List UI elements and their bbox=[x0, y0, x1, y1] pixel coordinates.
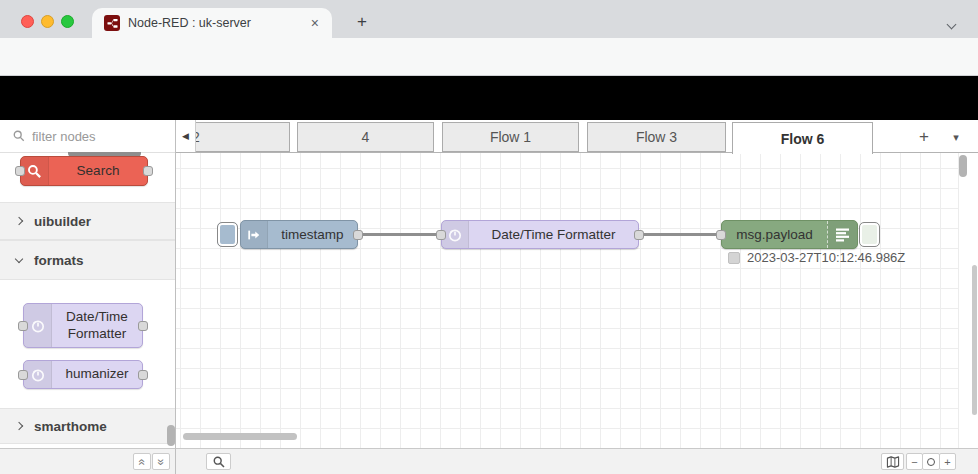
palette-node-humanizer[interactable]: humanizer bbox=[23, 360, 143, 389]
palette-category-formats[interactable]: formats bbox=[0, 240, 175, 280]
debug-enable-toggle[interactable] bbox=[859, 222, 880, 247]
inject-icon bbox=[241, 221, 268, 248]
flow-tab-4[interactable]: 4 bbox=[297, 122, 434, 152]
wire-inject-to-formatter[interactable] bbox=[360, 233, 446, 236]
palette-node-datetime-formatter[interactable]: Date/TimeFormatter bbox=[23, 303, 143, 348]
add-flow-button[interactable]: + bbox=[912, 125, 936, 149]
zoom-out-button[interactable]: − bbox=[906, 453, 923, 470]
debug-lines-icon bbox=[827, 221, 857, 248]
workspace-footer: − + bbox=[176, 448, 978, 474]
mac-zoom-button[interactable] bbox=[61, 15, 74, 28]
flow-canvas[interactable]: timestamp Date/Time Formatter msg.payloa… bbox=[176, 153, 959, 448]
timer-icon bbox=[442, 221, 469, 248]
node-input-port[interactable] bbox=[436, 230, 446, 240]
new-tab-button[interactable]: + bbox=[348, 8, 376, 36]
magnifier-icon bbox=[21, 157, 49, 185]
debug-status-text: 2023-03-27T10:12:46.986Z bbox=[747, 250, 905, 265]
node-input-port bbox=[15, 166, 25, 176]
category-label: uibuilder bbox=[34, 214, 91, 229]
tab-close-icon[interactable]: × bbox=[308, 15, 322, 31]
search-icon bbox=[13, 130, 25, 142]
palette-category-smarthome[interactable]: smarthome bbox=[0, 408, 175, 444]
node-output-port[interactable] bbox=[634, 230, 644, 240]
mac-close-button[interactable] bbox=[21, 15, 34, 28]
flow-list-caret-icon[interactable]: ▾ bbox=[946, 125, 966, 149]
nodered-header: Node-RED Deploy ▾ bbox=[0, 76, 978, 120]
mac-minimize-button[interactable] bbox=[41, 15, 54, 28]
double-chevron-up-icon: « bbox=[135, 458, 149, 465]
palette-filter-input[interactable] bbox=[32, 129, 152, 144]
palette-node-label: Date/TimeFormatter bbox=[52, 309, 142, 343]
node-input-port bbox=[18, 370, 28, 380]
collapse-all-button[interactable]: « bbox=[133, 453, 151, 470]
browser-tabstrip: Node-RED : uk-server × + bbox=[0, 0, 978, 38]
window-chevron-icon[interactable] bbox=[948, 14, 960, 26]
flow-tab-2[interactable]: 2 bbox=[196, 122, 290, 152]
navigator-toggle-button[interactable] bbox=[881, 453, 904, 470]
flow-tab-flow1[interactable]: Flow 1 bbox=[442, 122, 579, 152]
circle-icon bbox=[927, 458, 935, 466]
plus-icon: + bbox=[944, 456, 950, 468]
timer-icon bbox=[24, 304, 52, 347]
canvas-vertical-scrollbar[interactable] bbox=[959, 155, 967, 177]
map-icon bbox=[886, 456, 900, 468]
flow-tab-flow6-active[interactable]: Flow 6 bbox=[732, 122, 873, 154]
browser-tab[interactable]: Node-RED : uk-server × bbox=[92, 8, 332, 38]
palette-node-label: humanizer bbox=[52, 366, 142, 383]
inject-node-timestamp[interactable]: timestamp bbox=[240, 220, 358, 249]
palette-scrollbar[interactable] bbox=[167, 425, 175, 446]
debug-status-dot bbox=[728, 252, 740, 264]
node-input-port[interactable] bbox=[716, 230, 726, 240]
search-icon bbox=[213, 456, 225, 468]
category-label: smarthome bbox=[34, 419, 107, 434]
palette-node-label: Search bbox=[49, 163, 147, 180]
debug-node-msg-payload[interactable]: msg.payload bbox=[721, 220, 858, 249]
node-label: msg.payload bbox=[722, 227, 827, 242]
palette-node-search[interactable]: Search bbox=[20, 156, 148, 186]
flow-tab-bar: ◀ 2 4 Flow 1 Flow 3 Flow 6 + ▾ bbox=[176, 120, 978, 153]
nodered-favicon-glyph bbox=[107, 18, 118, 29]
node-output-port[interactable] bbox=[353, 230, 363, 240]
tab-scroll-left-button[interactable]: ◀ bbox=[176, 120, 196, 152]
node-palette: Search uibuilder formats Date/TimeFormat… bbox=[0, 120, 176, 448]
wire-formatter-to-debug[interactable] bbox=[642, 233, 726, 236]
palette-footer: « » bbox=[0, 448, 176, 474]
zoom-in-button[interactable]: + bbox=[939, 453, 956, 470]
minus-icon: − bbox=[911, 456, 917, 468]
timer-icon bbox=[24, 361, 52, 388]
inject-trigger-button[interactable] bbox=[217, 222, 238, 247]
window-scrollbar[interactable] bbox=[972, 265, 977, 415]
flow-tab-flow3[interactable]: Flow 3 bbox=[587, 122, 726, 152]
node-output-port bbox=[138, 370, 148, 380]
workspace-search-button[interactable] bbox=[206, 453, 231, 470]
node-input-port bbox=[18, 321, 28, 331]
expand-all-button[interactable]: » bbox=[152, 453, 170, 470]
zoom-reset-button[interactable] bbox=[922, 453, 940, 470]
chevron-right-icon bbox=[15, 422, 23, 430]
browser-window: Node-RED : uk-server × + ← → ↻ Not Secur… bbox=[0, 0, 978, 474]
category-label: formats bbox=[34, 253, 84, 268]
canvas-horizontal-scrollbar[interactable] bbox=[183, 433, 297, 440]
double-chevron-down-icon: » bbox=[154, 458, 168, 465]
node-output-port bbox=[143, 166, 153, 176]
node-label: Date/Time Formatter bbox=[469, 227, 638, 242]
palette-filter bbox=[0, 120, 175, 153]
nodered-favicon bbox=[104, 15, 120, 31]
formatter-node[interactable]: Date/Time Formatter bbox=[441, 220, 639, 249]
palette-category-uibuilder[interactable]: uibuilder bbox=[0, 202, 175, 240]
chevron-down-icon bbox=[15, 254, 23, 262]
node-output-port bbox=[138, 321, 148, 331]
node-label: timestamp bbox=[268, 227, 357, 242]
chevron-right-icon bbox=[15, 217, 23, 225]
browser-toolbar: ← → ↻ Not Secure | uk-server:2718/#flow/… bbox=[0, 38, 978, 76]
browser-tab-title: Node-RED : uk-server bbox=[128, 16, 308, 30]
